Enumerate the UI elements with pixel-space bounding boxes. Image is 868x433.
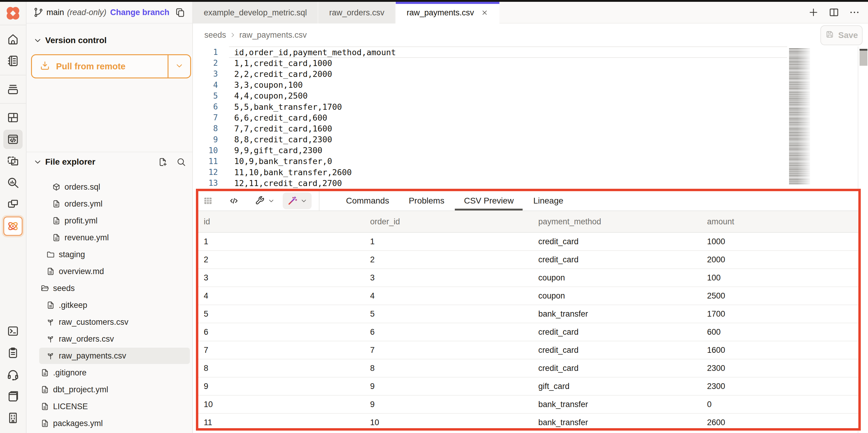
results-table-icon[interactable] [203,195,213,206]
cell: 6 [204,327,370,337]
cell: 9 [370,400,538,409]
panel-tab-csv-preview[interactable]: CSV Preview [464,191,514,210]
docs-book-icon[interactable] [3,386,23,406]
file-explorer-title: File explorer [45,157,96,167]
file-item-overview-md[interactable]: overview.md [27,263,192,280]
code-line-5[interactable]: 54,4,coupon,2500 [193,90,796,101]
inbox-stack-icon[interactable] [3,80,23,99]
panel-tab-commands[interactable]: Commands [346,191,389,210]
file-item-raw-orders-csv[interactable]: raw_orders.csv [27,330,192,347]
clipboard-icon[interactable] [3,343,23,363]
code-line-4[interactable]: 43,3,coupon,100 [193,80,796,90]
panel-tab-problems[interactable]: Problems [409,191,444,210]
file-item-profit-yml[interactable]: profit.yml [27,212,192,229]
file-item-revenue-yml[interactable]: revenue.yml [27,229,192,246]
download-icon [39,60,51,73]
code-line-10[interactable]: 109,9,gift_card,2300 [193,145,796,156]
headset-icon[interactable] [3,365,23,384]
frame-select-icon[interactable] [3,151,23,171]
breadcrumb-segment[interactable]: raw_payments.csv [239,30,307,40]
chevron-down-icon[interactable] [268,197,275,204]
copilot-icon[interactable] [3,216,23,236]
code-line-2[interactable]: 21,1,credit_card,1000 [193,58,796,68]
panel-tab-lineage[interactable]: Lineage [533,191,563,210]
file-item-staging[interactable]: staging [27,246,192,263]
file-item--gitkeep[interactable]: .gitkeep [27,297,192,314]
cell: 4 [204,291,370,300]
code-editor-icon[interactable] [3,129,23,149]
copilot-wand-group[interactable] [283,192,312,209]
cell: 0 [707,400,858,409]
table-row: 55bank_transfer1700 [198,305,858,323]
line-number: 1 [193,48,223,57]
tab-example-develop-metric-sql[interactable]: example_develop_metric.sql [193,2,318,24]
new-tab-icon[interactable] [808,7,819,18]
file-item-label: overview.md [59,267,104,276]
dbt-logo[interactable] [0,2,26,25]
cell: 2000 [707,255,858,264]
code-line-6[interactable]: 65,5,bank_transfer,1700 [193,101,796,112]
pull-options-caret[interactable] [168,55,190,78]
dashboard-icon[interactable] [3,108,23,127]
cell: 2300 [707,382,858,391]
file-item-packages-yml[interactable]: packages.yml [27,415,192,432]
home-icon[interactable] [3,30,23,49]
line-number: 10 [193,146,223,155]
pull-from-remote-main[interactable]: Pull from remote [32,55,167,78]
file-item-label: raw_orders.csv [59,335,114,344]
split-editor-icon[interactable] [828,7,840,18]
cell: 2300 [707,364,858,373]
minimap[interactable] [789,48,810,184]
cell: 5 [204,309,370,319]
file-icon [52,199,61,208]
version-control-header[interactable]: Version control [33,36,107,45]
file-item-seeds[interactable]: seeds [27,280,192,297]
code-line-7[interactable]: 76,6,credit_card,600 [193,112,796,123]
search-icon[interactable] [176,157,186,167]
code-line-11[interactable]: 1110,9,bank_transfer,0 [193,156,796,167]
new-file-icon[interactable] [158,157,168,167]
terminal-icon[interactable] [3,321,23,341]
compiled-code-icon[interactable] [228,195,239,206]
chevron-right-icon [229,31,236,38]
tab-label: example_develop_metric.sql [204,8,307,18]
file-item-dbt-project-yml[interactable]: dbt_project.yml [27,381,192,398]
cell: credit_card [538,346,707,355]
code-line-12[interactable]: 1211,10,bank_transfer,2600 [193,167,796,178]
code-line-8[interactable]: 87,7,credit_card,1600 [193,123,796,134]
breadcrumb-segment[interactable]: seeds [204,30,226,40]
notebook-icon[interactable] [3,51,23,70]
panel-toolbar: CommandsProblemsCSV PreviewLineage [198,191,858,210]
close-icon[interactable] [481,9,489,17]
line-number: 13 [193,178,223,187]
cell: credit_card [538,255,707,264]
file-item-orders-yml[interactable]: orders.yml [27,195,192,212]
file-item--gitignore[interactable]: .gitignore [27,364,192,381]
cell: 2600 [707,418,858,427]
tab-raw-orders-csv[interactable]: raw_orders.csv [318,2,396,24]
organization-icon[interactable] [3,408,23,428]
build-wrench-icon[interactable] [254,195,265,206]
file-item-license[interactable]: LICENSE [27,398,192,415]
tab-label: raw_orders.csv [329,8,384,18]
code-line-9[interactable]: 98,8,credit_card,2300 [193,134,796,145]
file-item-raw-payments-csv[interactable]: raw_payments.csv [27,347,192,364]
change-branch-link[interactable]: Change branch [110,8,169,17]
code-text: 4,4,coupon,2500 [234,91,308,100]
code-line-1[interactable]: 1id,order_id,payment_method,amount [193,47,796,58]
file-item-raw-customers-csv[interactable]: raw_customers.csv [27,314,192,330]
more-options-icon[interactable] [849,7,860,18]
copy-icon[interactable] [175,7,186,18]
tab-raw-payments-csv[interactable]: raw_payments.csv [396,2,499,24]
windows-icon[interactable] [3,195,23,214]
scrollbar-thumb[interactable] [860,49,867,66]
file-explorer-header[interactable]: File explorer [33,157,186,167]
code-line-3[interactable]: 32,2,credit_card,2000 [193,68,796,79]
code-line-13[interactable]: 1312,11,credit_card,2700 [193,178,796,189]
file-item-orders-sql[interactable]: orders.sql [27,178,192,195]
editor-header: seedsraw_payments.csv Save [193,24,868,47]
code-text: id,order_id,payment_method,amount [234,48,396,57]
save-button[interactable]: Save [820,25,863,45]
code-text: 6,6,credit_card,600 [234,113,327,122]
explore-icon[interactable] [3,173,23,192]
